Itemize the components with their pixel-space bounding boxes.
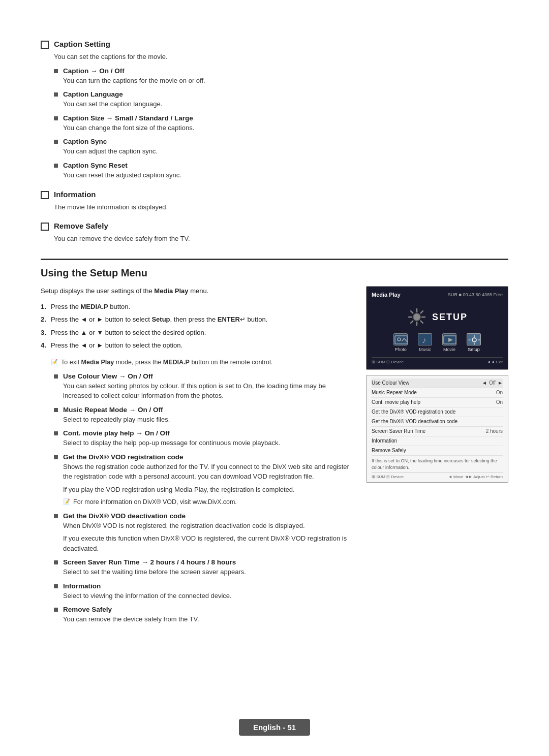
info-sub-desc: Select to viewing the information of the… (63, 591, 356, 601)
svg-line-6 (421, 321, 423, 323)
settings-row-screen-saver: Screen Saver Run Time 2 hours (372, 427, 503, 436)
caption-on-off-label: Caption → On / Off (63, 67, 125, 75)
settings-row-cont-movie: Cont. movie play help On (372, 398, 503, 407)
info-sub-label: Information (63, 582, 101, 590)
svg-marker-13 (448, 338, 453, 342)
caption-setting-title: Caption Setting (54, 40, 110, 48)
remove-row-label: Remove Safely (372, 447, 406, 454)
screen-icons-row: Photo ♪ Music (372, 330, 503, 355)
checkbox-icon (41, 223, 49, 231)
step-3: 3. Press the ▲ or ▼ button to select the… (41, 328, 356, 338)
cont-movie-row-label: Cont. movie play help (372, 399, 420, 406)
divx-vod-deact-desc2: If you execute this function when DivX® … (63, 533, 356, 553)
screen-saver-label: Screen Saver Run Time → 2 hours / 4 hour… (63, 558, 236, 566)
divx-vod-reg-desc1: Shows the registration code authorized f… (63, 462, 356, 482)
footer: English - 51 (0, 719, 549, 736)
step-4: 4. Press the ◄ or ► button to select the… (41, 340, 356, 351)
svg-line-5 (411, 311, 413, 313)
information-heading: Information (41, 190, 508, 199)
screen-saver-row-value: 2 hours (486, 428, 503, 435)
setup-icon (467, 333, 481, 345)
svg-line-7 (421, 311, 423, 313)
screen-bottom-right: ◄◄ Exit (487, 360, 503, 364)
info-sub-item: Information Select to viewing the inform… (41, 582, 356, 601)
caption-sync-reset-item: Caption Sync Reset You can reset the adj… (41, 162, 508, 180)
step-2: 2. Press the ◄ or ► button to select Set… (41, 314, 356, 325)
screen-photo-label: Photo (394, 347, 407, 352)
use-colour-view-desc: You can select sorting photos by colour.… (63, 381, 356, 401)
screen-icon-music: ♪ Music (418, 333, 432, 352)
divx-vod-reg-label: Get the DivX® VOD registration code (63, 453, 184, 461)
left-arrow-icon: ◄ (482, 380, 487, 387)
divx-deact-row-label: Get the DivX® VOD deactivation code (372, 418, 458, 425)
caption-size-desc: You can change the font size of the capt… (63, 123, 508, 133)
svg-line-8 (411, 321, 413, 323)
settings-note-text: If this is set to ON, the loading time i… (372, 458, 503, 470)
screen-setup-icon-label: Setup (468, 347, 480, 352)
square-bullet-icon (54, 408, 58, 412)
screen-info: SUR ■ 00:43:50 4365 Free (448, 292, 503, 297)
cont-movie-row-value: On (496, 399, 503, 406)
divx-vod-note: 📝 For more information on DivX® VOD, vis… (63, 497, 356, 507)
divx-vod-deact-label: Get the DivX® VOD deactivation code (63, 512, 186, 520)
gear-icon (407, 307, 427, 327)
settings-row-divx-reg: Get the DivX® VOD registration code (372, 407, 503, 417)
music-repeat-row-label: Music Repeat Mode (372, 389, 417, 396)
setup-menu-title: Using the Setup Menu (41, 267, 508, 279)
cont-movie-desc: Select to display the help pop-up messag… (63, 438, 356, 448)
setup-intro-text: Setup displays the user settings of the … (41, 286, 356, 297)
screen-topbar-1: Media Play SUR ■ 00:43:50 4365 Free (372, 292, 503, 298)
caption-sync-label: Caption Sync (63, 138, 107, 145)
remove-safely-desc: You can remove the device safely from th… (54, 234, 508, 244)
caption-size-label: Caption Size → Small / Standard / Large (63, 114, 193, 122)
music-repeat-item: Music Repeat Mode → On / Off Select to r… (41, 406, 356, 425)
caption-sync-item: Caption Sync You can adjust the caption … (41, 138, 508, 156)
screen-icon-photo: Photo (393, 333, 408, 352)
music-repeat-desc: Select to repeatedly play music files. (63, 415, 356, 425)
remove-safely-sub-item: Remove Safely You can remove the device … (41, 606, 356, 624)
screen-saver-item: Screen Saver Run Time → 2 hours / 4 hour… (41, 558, 356, 577)
caption-on-off-item: Caption → On / Off You can turn the capt… (41, 67, 508, 86)
square-bullet-icon (54, 431, 58, 435)
settings-row-divx-deact: Get the DivX® VOD deactivation code (372, 417, 503, 427)
caption-size-item: Caption Size → Small / Standard / Large … (41, 114, 508, 133)
note-icon: 📝 (51, 359, 58, 365)
svg-point-14 (472, 338, 476, 342)
remove-safely-title: Remove Safely (54, 222, 108, 230)
screen-setup-area: SETUP (372, 302, 503, 330)
setup-menu-section: Using the Setup Menu Setup displays the … (41, 259, 508, 627)
cont-movie-label: Cont. movie play help → On / Off (63, 429, 170, 437)
settings-row-remove: Remove Safely (372, 446, 503, 456)
caption-sync-reset-desc: You can reset the adjusted caption sync. (63, 170, 508, 180)
screen-title: Media Play (372, 292, 401, 298)
settings-row-music-repeat: Music Repeat Mode On (372, 388, 503, 398)
square-bullet-icon (54, 514, 58, 518)
photo-icon (393, 333, 408, 345)
movie-icon (442, 333, 456, 345)
square-bullet-icon (54, 560, 58, 564)
square-bullet-icon (54, 455, 58, 459)
info-row-label: Information (372, 437, 397, 445)
page: Caption Setting You can set the captions… (0, 0, 549, 756)
divx-reg-row-label: Get the DivX® VOD registration code (372, 408, 455, 416)
screen-setup-label: SETUP (432, 312, 468, 323)
colour-view-value: ◄ Off ► (482, 380, 503, 387)
settings-row-info: Information (372, 436, 503, 446)
step-note: 📝 To exit Media Play mode, press the MED… (51, 358, 356, 367)
screen-bottom-bar-1: ⊞ SUM ⊟ Device ◄◄ Exit (372, 357, 503, 364)
settings-row-colour-view: Use Colour View ◄ Off ► (372, 379, 503, 388)
screen-icon-movie: Movie (442, 333, 456, 352)
screen-mockup-1: Media Play SUR ■ 00:43:50 4365 Free (366, 286, 508, 370)
divx-vod-reg-desc2: If you play the VOD registration using M… (63, 485, 356, 495)
setup-steps-list: 1. Press the MEDIA.P button. 2. Press th… (41, 302, 356, 351)
setup-content: Setup displays the user settings of the … (41, 286, 508, 627)
square-bullet-icon (54, 584, 58, 588)
caption-language-label: Caption Language (63, 90, 123, 98)
caption-language-desc: You can set the caption language. (63, 99, 508, 109)
caption-setting-heading: Caption Setting (41, 40, 508, 49)
music-repeat-row-value: On (496, 389, 503, 396)
square-bullet-icon (54, 69, 58, 73)
information-desc: The movie file information is displayed. (54, 202, 508, 212)
colour-view-label: Use Colour View (372, 380, 409, 387)
page-number-badge: English - 51 (239, 719, 310, 736)
